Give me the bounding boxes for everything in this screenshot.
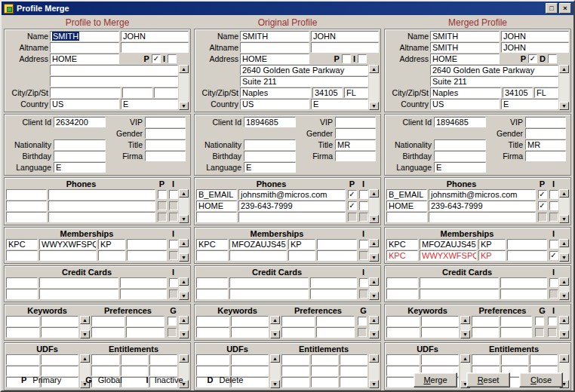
phones-scrollbar[interactable]: ▲▼ [559, 189, 569, 223]
title-field[interactable]: MR [335, 139, 376, 150]
altname-last-field[interactable] [50, 42, 119, 53]
delete-checkbox[interactable] [548, 54, 557, 63]
scroll-down-icon[interactable]: ▼ [179, 215, 189, 223]
membership-number-cell[interactable]: WWYXWFSPQLXB [420, 250, 477, 261]
phone-type-cell[interactable] [6, 189, 47, 200]
scroll-down-icon[interactable]: ▼ [179, 253, 189, 262]
name-last-field[interactable]: SMITH [430, 31, 500, 41]
inactive-checkbox[interactable] [548, 328, 557, 337]
phone-type-cell[interactable]: B_EMAIL [196, 189, 237, 200]
keyword-cell[interactable] [196, 316, 229, 326]
inactive-checkbox[interactable] [549, 289, 558, 299]
primary-checkbox[interactable] [538, 213, 547, 222]
gender-field[interactable] [525, 128, 566, 139]
global-checkbox[interactable] [168, 317, 177, 326]
scroll-down-icon[interactable]: ▼ [80, 330, 90, 338]
membership-number-cell[interactable]: WWYXWFSPQLXB [39, 239, 97, 250]
phone-type-cell[interactable] [196, 212, 237, 222]
city-field[interactable]: Naples [430, 87, 501, 98]
scrollbar-track[interactable] [369, 286, 379, 292]
scroll-up-icon[interactable]: ▲ [369, 189, 379, 198]
client-id-field[interactable]: 2634200 [54, 117, 106, 127]
scroll-down-icon[interactable]: ▼ [369, 215, 379, 223]
firma-field[interactable] [145, 151, 186, 161]
nationality-field[interactable] [244, 139, 296, 150]
address-line1-field[interactable]: 2640 Golden Gate Parkway [430, 65, 558, 75]
scroll-down-icon[interactable]: ▼ [369, 102, 379, 110]
scrollbar-track[interactable] [179, 73, 189, 102]
scroll-up-icon[interactable]: ▲ [270, 354, 280, 363]
membership-number-cell[interactable]: MFOZAUJS451FW [420, 239, 477, 250]
preference-cell[interactable] [472, 327, 499, 338]
phone-value-cell[interactable] [48, 189, 155, 200]
keywords-scrollbar[interactable]: ▲▼ [270, 316, 280, 338]
scroll-down-icon[interactable]: ▼ [369, 253, 379, 262]
vip-field[interactable] [145, 117, 186, 127]
membership-type-cell[interactable]: KPC [6, 239, 38, 250]
scroll-up-icon[interactable]: ▲ [369, 316, 379, 324]
scrollbar-track[interactable] [559, 198, 569, 215]
phone-type-cell[interactable]: HOME [386, 201, 427, 211]
keyword-cell[interactable] [6, 327, 39, 338]
preference-cell[interactable] [472, 316, 499, 326]
altname-first-field[interactable] [121, 42, 189, 53]
name-first-field[interactable]: JOHN [501, 31, 569, 41]
inactive-checkbox[interactable] [549, 213, 558, 222]
inactive-checkbox[interactable] [359, 251, 368, 260]
inactive-checkbox[interactable] [359, 289, 368, 299]
primary-checkbox[interactable] [158, 213, 167, 222]
global-checkbox[interactable] [358, 328, 367, 337]
city-field[interactable]: Naples [240, 87, 311, 98]
scrollbar-track[interactable] [179, 247, 189, 253]
scrollbar-track[interactable] [369, 247, 379, 253]
city-field[interactable] [50, 87, 121, 98]
inactive-checkbox[interactable] [549, 251, 558, 260]
scroll-down-icon[interactable]: ▼ [559, 253, 569, 262]
country-field[interactable]: US [430, 99, 500, 109]
inactive-checkbox[interactable] [168, 54, 177, 63]
zip-field[interactable]: 34105 [312, 87, 343, 98]
altname-last-field[interactable] [240, 42, 309, 53]
scroll-up-icon[interactable]: ▲ [369, 277, 379, 286]
keyword-cell[interactable] [41, 316, 78, 326]
card-number-cell[interactable] [39, 277, 118, 288]
scroll-down-icon[interactable]: ▼ [179, 330, 189, 338]
preference-cell[interactable] [281, 316, 315, 326]
scroll-up-icon[interactable]: ▲ [559, 316, 569, 324]
scroll-down-icon[interactable]: ▼ [179, 102, 189, 110]
primary-checkbox[interactable] [152, 54, 161, 63]
address-line2-field[interactable]: Suite 211 [240, 76, 368, 87]
membership-type-cell[interactable] [196, 250, 228, 261]
membership-extra-cell[interactable] [317, 239, 357, 250]
membership-extra-cell[interactable] [127, 239, 167, 250]
inactive-checkbox[interactable] [549, 240, 558, 249]
scroll-down-icon[interactable]: ▼ [270, 330, 280, 338]
phones-scrollbar[interactable]: ▲▼ [369, 189, 379, 223]
scrollbar-track[interactable] [559, 73, 569, 102]
inactive-checkbox[interactable] [359, 213, 368, 222]
card-type-cell[interactable] [6, 289, 38, 299]
name-last-field[interactable]: SMITH [50, 31, 119, 41]
inactive-checkbox[interactable] [359, 190, 368, 199]
scrollbar-track[interactable] [179, 324, 189, 330]
scroll-up-icon[interactable]: ▲ [559, 65, 569, 73]
scrollbar-track[interactable] [179, 198, 189, 215]
title-field[interactable]: MR [525, 139, 566, 150]
scrollbar-track[interactable] [559, 247, 569, 253]
membership-type-cell[interactable]: KPC [196, 239, 228, 250]
keyword-cell[interactable] [386, 327, 420, 338]
maximize-icon[interactable]: □ [546, 3, 558, 14]
inactive-checkbox[interactable] [359, 278, 368, 287]
address-type-field[interactable]: HOME [430, 54, 500, 64]
scrollbar-track[interactable] [559, 286, 569, 292]
scroll-down-icon[interactable]: ▼ [559, 292, 569, 300]
membership-level-cell[interactable]: KP [478, 239, 506, 250]
scroll-up-icon[interactable]: ▲ [559, 277, 569, 286]
reset-button[interactable]: Reset [466, 372, 510, 387]
scroll-up-icon[interactable]: ▲ [369, 65, 379, 73]
vip-field[interactable] [525, 117, 566, 127]
primary-checkbox[interactable] [538, 190, 547, 199]
preference-cell[interactable] [126, 316, 165, 326]
language-field[interactable]: E [434, 162, 486, 173]
membership-number-cell[interactable]: MFOZAUJS451FW [229, 239, 287, 250]
